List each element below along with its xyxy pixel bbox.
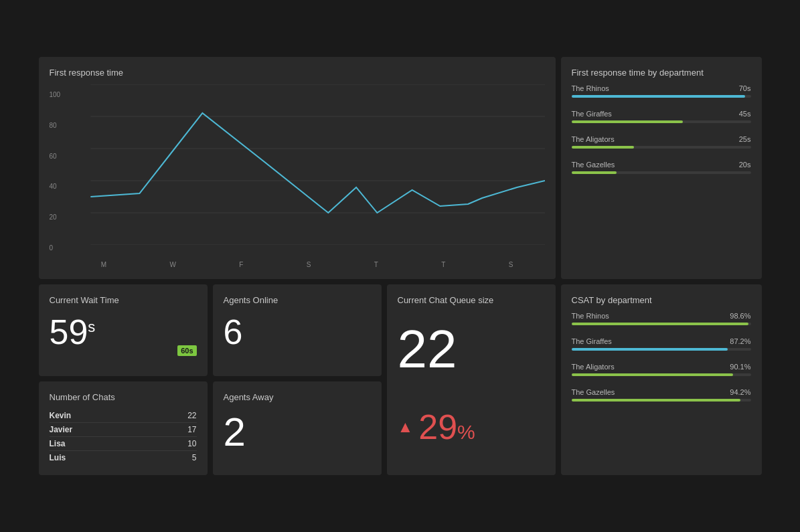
chat-row-javier: Javier 17 [50,423,197,437]
num-chats-title: Number of Chats [50,392,197,402]
csat-dept-name: The Giraffes [572,337,612,345]
first-response-chart: 0 20 40 60 80 100 [50,84,545,258]
dept-response-list: The Rhinos 70s The Giraffes 45s The Al [572,84,751,174]
agents-away-title: Agents Away [224,392,371,402]
dept-name: The Giraffes [572,110,612,118]
dept-bar [572,120,683,123]
csat-row-gazelles: The Gazelles 94.2% [572,388,751,402]
chat-row-luis: Luis 5 [50,451,197,464]
chat-queue-pct-row: ▲ 29% [398,407,545,447]
csat-dept-value: 87.2% [730,337,750,345]
csat-bar [572,373,733,376]
csat-bar [572,348,728,351]
chats-table: Kevin 22 Javier 17 Lisa 10 Luis 5 [50,409,197,464]
first-response-title: First response time [50,68,545,78]
chats-agent-name: Luis [50,453,66,462]
wait-time-title: Current Wait Time [50,295,197,305]
chats-agent-name: Lisa [50,439,66,448]
wait-badge: 60s [177,345,196,356]
csat-list: The Rhinos 98.6% The Giraffes 87.2% Th [572,312,751,402]
csat-row-giraffes: The Giraffes 87.2% [572,337,751,351]
dept-bar [572,171,617,174]
chats-agent-count: 17 [187,425,196,434]
csat-dept-value: 94.2% [730,388,750,396]
chat-queue-value: 22 [398,319,545,380]
dept-value: 20s [739,161,751,169]
csat-bar [572,399,740,402]
line-chart-svg [50,84,545,245]
card-agents-away: Agents Away 2 [213,381,382,475]
chats-agent-count: 22 [187,411,196,420]
card-dept-response: First response time by department The Rh… [561,57,762,279]
dept-name: The Gazelles [572,161,615,169]
csat-bar [572,323,748,325]
csat-dept-value: 90.1% [730,363,750,371]
queue-arrow-icon: ▲ [398,418,414,436]
chats-agent-count: 10 [187,439,196,448]
chats-agent-name: Javier [50,425,73,434]
y-axis-labels: 0 20 40 60 80 100 [50,84,66,258]
wait-time-value: 59s [50,312,197,352]
dept-response-title: First response time by department [572,68,751,78]
x-axis-labels: M W F S T T S [50,261,545,268]
dept-name: The Aligators [572,135,615,143]
csat-dept-name: The Gazelles [572,388,615,396]
card-chat-queue: Current Chat Queue size 22 ▲ 29% [387,284,556,475]
csat-dept-name: The Aligators [572,363,615,371]
dept-name: The Rhinos [572,84,609,92]
agents-online-title: Agents Online [224,295,371,305]
card-agents-online: Agents Online 6 [213,284,382,376]
csat-dept-name: The Rhinos [572,312,609,320]
csat-row-rhinos: The Rhinos 98.6% [572,312,751,325]
csat-title: CSAT by department [572,295,751,305]
dept-bar [572,95,746,98]
chat-row-kevin: Kevin 22 [50,409,197,423]
dept-value: 70s [739,84,751,92]
agents-online-value: 6 [224,312,371,352]
csat-row-aligators: The Aligators 90.1% [572,363,751,376]
card-wait-time: Current Wait Time 59s 60s [39,284,208,376]
chats-agent-name: Kevin [50,411,72,420]
card-num-chats: Number of Chats Kevin 22 Javier 17 Lisa … [39,381,208,475]
dept-value: 25s [739,135,751,143]
dept-row-aligators: The Aligators 25s [572,135,751,149]
pct-unit: % [457,421,475,443]
dept-row-gazelles: The Gazelles 20s [572,161,751,174]
dept-row-giraffes: The Giraffes 45s [572,110,751,123]
chats-agent-count: 5 [192,453,197,462]
chat-row-lisa: Lisa 10 [50,437,197,451]
dept-bar [572,146,635,149]
chat-queue-pct: 29% [418,407,475,447]
dept-value: 45s [739,110,751,118]
card-first-response: First response time 0 20 40 60 80 100 [39,57,556,279]
dashboard: First response time 0 20 40 60 80 100 [32,50,769,482]
csat-dept-value: 98.6% [730,312,750,320]
chat-queue-title: Current Chat Queue size [398,295,545,305]
card-csat: CSAT by department The Rhinos 98.6% The … [561,284,762,475]
dept-row-rhinos: The Rhinos 70s [572,84,751,98]
agents-away-value: 2 [224,409,371,455]
